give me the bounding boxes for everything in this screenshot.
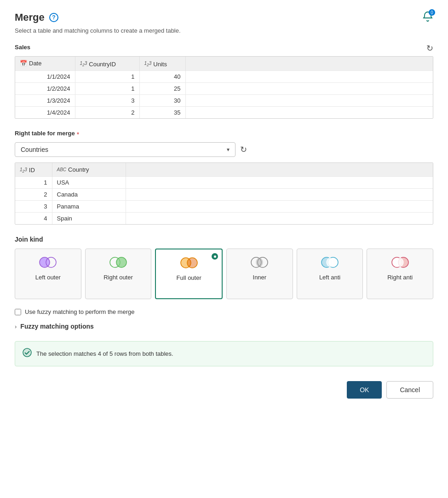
country-id-cell: 1 bbox=[15, 177, 52, 189]
svg-point-0 bbox=[40, 257, 50, 267]
required-indicator: * bbox=[77, 131, 79, 138]
chevron-down-icon: ▾ bbox=[227, 146, 230, 153]
dialog-header: Merge ? 0 bbox=[15, 11, 433, 23]
info-banner-text: The selection matches 4 of 5 rows from b… bbox=[36, 350, 173, 357]
sales-units-cell: 35 bbox=[139, 106, 185, 118]
join-kind-label: Join kind bbox=[15, 236, 433, 243]
right-outer-icon bbox=[108, 255, 129, 269]
calendar-icon: 📅 bbox=[20, 60, 27, 67]
fuzzy-options-row[interactable]: › Fuzzy matching options bbox=[15, 323, 433, 330]
sales-date-cell: 1/1/2024 bbox=[15, 70, 75, 82]
sales-col-units: 123 Units bbox=[139, 57, 185, 70]
join-card-left-anti-label: Left anti bbox=[319, 274, 340, 281]
dialog-title: Merge bbox=[15, 12, 45, 23]
join-options-container: Left outer Right outer Full outer Inner bbox=[15, 249, 433, 299]
join-card-inner[interactable]: Inner bbox=[226, 249, 293, 299]
inner-icon bbox=[249, 255, 270, 269]
join-card-inner-label: Inner bbox=[253, 274, 267, 281]
countries-col-country: ABC Country bbox=[52, 163, 126, 177]
help-icon[interactable]: ? bbox=[49, 13, 58, 22]
sales-countryid-cell: 1 bbox=[75, 70, 139, 82]
sales-empty-cell bbox=[185, 70, 433, 82]
notification-icon[interactable]: 0 bbox=[422, 11, 433, 23]
title-area: Merge ? bbox=[15, 12, 58, 23]
countries-id-header: ID bbox=[29, 167, 35, 174]
countries-table: 123 ID ABC Country 1 USA bbox=[15, 163, 433, 225]
sales-label: Sales bbox=[15, 44, 30, 51]
sales-countryid-cell: 3 bbox=[75, 94, 139, 106]
123-icon-units: 123 bbox=[144, 61, 152, 67]
sales-col-empty bbox=[185, 57, 433, 70]
sales-countryid-header: CountryID bbox=[89, 61, 116, 68]
selected-indicator bbox=[212, 253, 218, 260]
right-anti-icon bbox=[390, 255, 411, 269]
sales-refresh-button[interactable]: ↻ bbox=[426, 43, 433, 53]
join-card-left-outer[interactable]: Left outer bbox=[15, 249, 81, 299]
countries-col-empty bbox=[126, 163, 433, 177]
sales-col-date: 📅 Date bbox=[15, 57, 75, 70]
country-empty-cell bbox=[126, 189, 433, 201]
sales-countryid-cell: 2 bbox=[75, 106, 139, 118]
sales-section-row: Sales ↻ bbox=[15, 43, 433, 53]
table-row: 1/2/2024 1 25 bbox=[15, 82, 433, 94]
left-anti-icon bbox=[319, 255, 340, 269]
right-table-refresh-button[interactable]: ↻ bbox=[240, 145, 247, 155]
country-empty-cell bbox=[126, 177, 433, 189]
country-name-cell: Spain bbox=[52, 213, 126, 225]
check-circle-icon bbox=[23, 348, 32, 359]
sales-date-cell: 1/3/2024 bbox=[15, 94, 75, 106]
join-card-right-outer-label: Right outer bbox=[103, 274, 133, 281]
sales-col-countryid[interactable]: 123 CountryID bbox=[75, 57, 139, 70]
join-card-left-outer-label: Left outer bbox=[35, 274, 61, 281]
sales-empty-cell bbox=[185, 106, 433, 118]
fuzzy-matching-label[interactable]: Use fuzzy matching to perform the merge bbox=[25, 308, 134, 315]
country-empty-cell bbox=[126, 201, 433, 213]
country-name-cell: USA bbox=[52, 177, 126, 189]
right-table-dropdown[interactable]: Countries ▾ bbox=[15, 142, 235, 157]
123-icon-id: 123 bbox=[20, 167, 27, 174]
sales-table-container: 📅 Date 123 CountryID 123 Units bbox=[15, 56, 433, 119]
sales-countryid-cell: 1 bbox=[75, 82, 139, 94]
chevron-right-icon: › bbox=[15, 323, 17, 330]
countries-table-container: 123 ID ABC Country 1 USA bbox=[15, 162, 433, 225]
sales-units-cell: 25 bbox=[139, 82, 185, 94]
dropdown-value: Countries bbox=[21, 146, 48, 153]
countries-col-id[interactable]: 123 ID bbox=[15, 163, 52, 177]
ok-button[interactable]: OK bbox=[347, 381, 382, 399]
sales-date-header: Date bbox=[29, 60, 41, 67]
join-card-right-anti-label: Right anti bbox=[387, 274, 413, 281]
table-row: 2 Canada bbox=[15, 189, 433, 201]
sales-date-cell: 1/4/2024 bbox=[15, 106, 75, 118]
table-row: 1/3/2024 3 30 bbox=[15, 94, 433, 106]
country-name-cell: Canada bbox=[52, 189, 126, 201]
fuzzy-matching-checkbox[interactable] bbox=[15, 309, 21, 315]
join-card-right-anti[interactable]: Right anti bbox=[367, 249, 433, 299]
right-table-section-row: Right table for merge * bbox=[15, 130, 433, 139]
table-row: 1 USA bbox=[15, 177, 433, 189]
country-id-cell: 3 bbox=[15, 201, 52, 213]
svg-point-12 bbox=[23, 348, 31, 357]
sales-empty-cell bbox=[185, 94, 433, 106]
country-id-cell: 4 bbox=[15, 213, 52, 225]
fuzzy-checkbox-row: Use fuzzy matching to perform the merge bbox=[15, 308, 433, 315]
sales-units-cell: 30 bbox=[139, 94, 185, 106]
notification-badge: 0 bbox=[429, 9, 435, 16]
countries-country-header: Country bbox=[68, 166, 89, 173]
info-banner: The selection matches 4 of 5 rows from b… bbox=[15, 341, 433, 366]
join-card-full-outer[interactable]: Full outer bbox=[155, 249, 223, 299]
table-row: 1/1/2024 1 40 bbox=[15, 70, 433, 82]
abc-icon: ABC bbox=[57, 167, 67, 172]
left-outer-icon bbox=[37, 255, 58, 269]
sales-table: 📅 Date 123 CountryID 123 Units bbox=[15, 57, 433, 118]
right-table-label: Right table for merge bbox=[15, 130, 75, 137]
full-outer-icon bbox=[178, 256, 200, 270]
dialog-subtitle: Select a table and matching columns to c… bbox=[15, 27, 433, 34]
country-empty-cell bbox=[126, 213, 433, 225]
table-row: 4 Spain bbox=[15, 213, 433, 225]
table-row: 3 Panama bbox=[15, 201, 433, 213]
join-card-right-outer[interactable]: Right outer bbox=[85, 249, 152, 299]
fuzzy-options-label: Fuzzy matching options bbox=[20, 323, 93, 330]
join-card-left-anti[interactable]: Left anti bbox=[297, 249, 363, 299]
footer-buttons: OK Cancel bbox=[15, 381, 433, 399]
cancel-button[interactable]: Cancel bbox=[386, 381, 433, 399]
